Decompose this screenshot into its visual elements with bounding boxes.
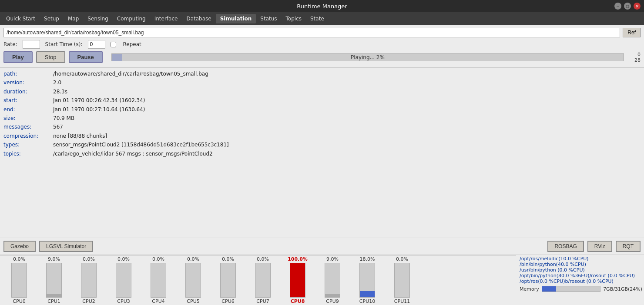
cpu-col-cpu3: 0.0%CPU3 <box>106 256 141 304</box>
menu-setup[interactable]: Setup <box>40 14 64 23</box>
minimize-button[interactable]: – <box>614 3 621 10</box>
cpu-percent-cpu11: 0.0% <box>396 256 408 262</box>
window-title: Runtime Manager <box>30 3 614 10</box>
lgsvl-button[interactable]: LGSVL Simulator <box>39 241 93 252</box>
options-row: Rate: Start Time (s): Repeat <box>3 40 641 49</box>
cpu-bar-container-cpu1 <box>46 263 62 298</box>
menu-interface[interactable]: Interface <box>150 14 182 23</box>
memory-row: Memory 7GB/31GB(24%) <box>520 286 642 292</box>
cpu-percent-cpu0: 0.0% <box>13 256 25 262</box>
cpu-label-cpu10: CPU10 <box>359 298 375 304</box>
cpu-percent-cpu9: 9.0% <box>326 256 339 262</box>
menu-map[interactable]: Map <box>64 14 83 23</box>
types-key: types: <box>3 140 51 149</box>
cpu-label-cpu1: CPU1 <box>47 298 60 304</box>
duration-key: duration: <box>3 87 51 96</box>
progress-top: 0 <box>637 52 641 57</box>
stop-button[interactable]: Stop <box>36 51 65 63</box>
types-val: sensor_msgs/PointCloud2 [1158d486dd51d68… <box>53 140 229 149</box>
bag-info: path: /home/autoware/shared_dir/carla/ro… <box>0 68 644 160</box>
start-val: Jan 01 1970 00:26:42.34 (1602.34) <box>53 96 145 105</box>
path-key: path: <box>3 70 51 78</box>
cpu-label-cpu0: CPU0 <box>13 298 25 304</box>
cpu-label-cpu4: CPU4 <box>152 298 164 304</box>
rqt-button[interactable]: RQT <box>616 241 641 252</box>
memory-label: Memory <box>520 286 539 292</box>
version-key: version: <box>3 78 51 87</box>
menu-sensing[interactable]: Sensing <box>83 14 112 23</box>
size-key: size: <box>3 114 51 123</box>
rate-input[interactable] <box>23 40 40 49</box>
process-line-0: /opt/ros/melodic(10.0 %CPU) <box>520 256 642 262</box>
memory-bar-fill <box>542 286 556 292</box>
cpu-bar-container-cpu6 <box>220 263 236 298</box>
rosbag-button[interactable]: ROSBAG <box>547 241 584 252</box>
rviz-button[interactable]: RViz <box>587 241 612 252</box>
menu-simulation[interactable]: Simulation <box>216 14 256 23</box>
close-button[interactable]: ✕ <box>634 3 641 10</box>
cpu-col-cpu0: 0.0%CPU0 <box>2 256 37 304</box>
process-line-3: /opt/bin/python(80.0 %36EU)/rosout (0.0 … <box>520 273 642 278</box>
cpu-label-cpu6: CPU6 <box>221 298 234 304</box>
menu-database[interactable]: Database <box>182 14 215 23</box>
messages-key: messages: <box>3 123 51 131</box>
path-val: /home/autoware/shared_dir/carla/rosbag/t… <box>53 70 208 78</box>
progress-numbers: 0 28 <box>627 52 641 63</box>
cpu-bar-cpu1 <box>47 294 61 297</box>
info-start: start: Jan 01 1970 00:26:42.34 (1602.34) <box>3 96 641 105</box>
cpu-col-cpu4: 0.0%CPU4 <box>141 256 176 304</box>
cpu-col-cpu6: 0.0%CPU6 <box>211 256 245 304</box>
version-val: 2.0 <box>53 78 61 87</box>
progress-label: Playing... 2% <box>351 54 385 60</box>
topics-val: /carla/ego_vehicle/lidar 567 msgs : sens… <box>53 149 213 158</box>
cpu-bar-container-cpu5 <box>185 263 201 298</box>
menu-topics[interactable]: Topics <box>282 14 306 23</box>
cpu-col-cpu1: 9.0%CPU1 <box>37 256 71 304</box>
process-line-1: /bin/bin/python(40.0 %CPU) <box>520 262 642 267</box>
memory-value: 7GB/31GB(24%) <box>603 286 642 292</box>
cpu-col-cpu11: 0.0%CPU11 <box>385 256 419 304</box>
right-panel: /opt/ros/melodic(10.0 %CPU)/bin/bin/pyth… <box>518 255 644 293</box>
repeat-label: Repeat <box>123 41 141 47</box>
cpu-percent-cpu8: 100.0% <box>288 256 308 262</box>
cpu-bar-cpu10 <box>360 291 375 297</box>
progress-bottom: 28 <box>634 57 641 63</box>
cpu-bar-cpu8 <box>290 263 305 297</box>
play-button[interactable]: Play <box>3 51 33 63</box>
compression-key: compression: <box>3 132 51 140</box>
file-row: Ref <box>3 28 641 37</box>
maximize-button[interactable]: □ <box>624 3 631 10</box>
start-time-input[interactable] <box>88 40 105 49</box>
cpu-col-cpu9: 9.0%CPU9 <box>315 256 350 304</box>
cpu-bar-container-cpu0 <box>11 263 27 298</box>
rosbag-section: Ref Rate: Start Time (s): Repeat Play St… <box>0 25 644 68</box>
menu-status[interactable]: Status <box>256 14 281 23</box>
window-controls: – □ ✕ <box>614 3 641 10</box>
menu-quick-start[interactable]: Quick Start <box>2 14 40 23</box>
start-key: start: <box>3 96 51 105</box>
file-path-input[interactable] <box>3 28 620 37</box>
buttons-row: Play Stop Pause Playing... 2% 0 28 <box>3 51 641 63</box>
cpu-percent-cpu10: 18.0% <box>360 256 375 262</box>
cpu-label-cpu2: CPU2 <box>82 298 95 304</box>
end-val: Jan 01 1970 00:27:10.64 (1630.64) <box>53 105 145 114</box>
cpu-bar-container-cpu10 <box>359 263 375 298</box>
gazebo-button[interactable]: Gazebo <box>3 241 36 252</box>
process-line-4: /opt/ros(0.0 %CPU)b/rosout (0.0 %CPU) <box>520 278 642 284</box>
menu-state[interactable]: State <box>306 14 329 23</box>
spacer <box>0 160 644 238</box>
process-line-2: /usr/bin/python (0.0 %CPU) <box>520 267 642 273</box>
pause-button[interactable]: Pause <box>69 51 103 63</box>
repeat-checkbox[interactable] <box>111 42 116 47</box>
cpu-bar-container-cpu8 <box>290 263 305 298</box>
titlebar: Runtime Manager – □ ✕ <box>0 0 644 12</box>
cpu-bar-container-cpu11 <box>394 263 410 298</box>
cpu-label-cpu5: CPU5 <box>187 298 199 304</box>
progress-bar: Playing... 2% <box>111 53 624 61</box>
cpu-bar-container-cpu2 <box>81 263 97 298</box>
menu-computing[interactable]: Computing <box>113 14 150 23</box>
cpu-col-cpu5: 0.0%CPU5 <box>176 256 211 304</box>
ref-button[interactable]: Ref <box>623 28 641 37</box>
cpu-percent-cpu7: 0.0% <box>257 256 269 262</box>
info-duration: duration: 28.3s <box>3 87 641 96</box>
